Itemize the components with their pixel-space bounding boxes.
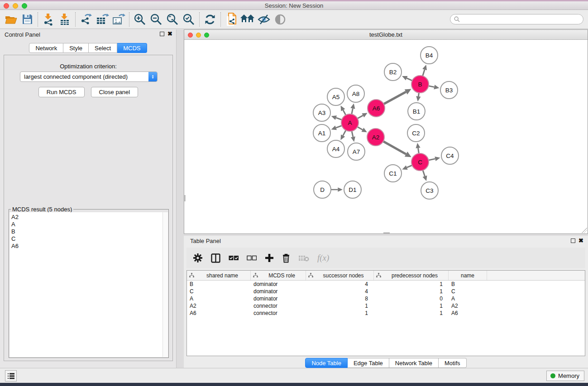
show-all-button[interactable]: [272, 12, 288, 27]
select-all-rows-button[interactable]: [229, 255, 239, 261]
network-maximize-button[interactable]: [204, 33, 209, 38]
tab-style[interactable]: Style: [63, 43, 89, 53]
table-row[interactable]: Cdominator41C: [187, 288, 585, 295]
node-A5[interactable]: A5: [327, 88, 344, 105]
edge-arrowhead: [422, 65, 427, 70]
node-A6[interactable]: A6: [368, 100, 385, 117]
tab-network-table[interactable]: Network Table: [389, 358, 439, 368]
zoom-in-icon: [134, 13, 146, 26]
node-C2[interactable]: C2: [407, 124, 425, 142]
add-column-button[interactable]: [265, 253, 274, 262]
table-row[interactable]: A6connector11A6: [187, 310, 585, 317]
result-item[interactable]: A: [11, 221, 163, 228]
close-panel-button[interactable]: Close panel: [91, 87, 139, 97]
refresh-view-button[interactable]: [202, 12, 218, 27]
column-header-MCDS-role[interactable]: MCDS role: [251, 271, 306, 280]
column-header-shared-name[interactable]: shared name: [187, 271, 251, 280]
node-D1[interactable]: D1: [344, 181, 361, 198]
import-network-button[interactable]: [40, 12, 57, 27]
minimize-window-button[interactable]: [13, 3, 18, 9]
close-panel-icon[interactable]: ✖: [167, 32, 172, 36]
export-image-button[interactable]: [110, 12, 127, 27]
export-network-button[interactable]: [78, 12, 94, 27]
node-A1[interactable]: A1: [313, 124, 330, 142]
zoom-in-button[interactable]: [132, 12, 148, 27]
export-table-button[interactable]: [94, 12, 110, 27]
node-C4[interactable]: C4: [441, 147, 459, 164]
toolbar-separator: [199, 12, 200, 27]
zoom-selected-button[interactable]: [181, 12, 197, 27]
tab-node-table[interactable]: Node Table: [305, 358, 348, 368]
node-A7[interactable]: A7: [348, 143, 365, 160]
export-table-icon: [96, 13, 109, 26]
node-table[interactable]: shared nameMCDS rolesuccessor nodesprede…: [186, 270, 585, 356]
criterion-dropdown[interactable]: largest connected component (directed) ▲…: [20, 71, 158, 82]
node-B3[interactable]: B3: [440, 81, 458, 99]
tab-mcds[interactable]: MCDS: [117, 43, 147, 53]
table-row[interactable]: Bdominator41B: [187, 281, 585, 288]
network-canvas[interactable]: B4B2BB3A8A5A6B1A3AC2A1A2A4A7C4CC1DD1C3: [184, 40, 588, 234]
float-panel-icon[interactable]: [160, 32, 164, 36]
zoom-fit-button[interactable]: [164, 12, 181, 27]
column-header-successor-nodes[interactable]: successor nodes: [306, 271, 374, 280]
network-minimize-button[interactable]: [196, 33, 201, 38]
tab-network[interactable]: Network: [29, 43, 63, 53]
close-table-panel-icon[interactable]: ✖: [578, 238, 583, 243]
node-C1[interactable]: C1: [384, 165, 402, 182]
vertical-scroll-nub[interactable]: [184, 195, 186, 201]
search-input[interactable]: [462, 16, 583, 23]
delete-table-button[interactable]: [298, 255, 309, 262]
node-C[interactable]: C: [411, 153, 429, 171]
result-item[interactable]: A6: [11, 243, 163, 250]
node-A4[interactable]: A4: [327, 140, 344, 157]
delete-column-button[interactable]: [282, 253, 290, 263]
node-D[interactable]: D: [314, 181, 331, 198]
node-A8[interactable]: A8: [347, 85, 364, 102]
memory-button[interactable]: Memory: [546, 371, 584, 381]
node-B1[interactable]: B1: [408, 103, 425, 120]
node-B4[interactable]: B4: [421, 47, 438, 64]
result-item[interactable]: A2: [11, 214, 163, 221]
maximize-window-button[interactable]: [22, 3, 27, 9]
node-A3[interactable]: A3: [313, 104, 330, 121]
run-mcds-button[interactable]: Run MCDS: [38, 87, 85, 97]
zoom-out-button[interactable]: [148, 12, 164, 27]
result-scrollbar[interactable]: [163, 212, 168, 357]
table-row[interactable]: A2connector11A2: [187, 302, 585, 310]
tab-motifs[interactable]: Motifs: [439, 358, 467, 368]
network-close-button[interactable]: [188, 33, 193, 38]
open-session-button[interactable]: [3, 12, 19, 27]
tab-select[interactable]: Select: [89, 43, 117, 53]
horizontal-scroll-nub[interactable]: [383, 232, 390, 234]
import-table-button[interactable]: [57, 12, 73, 27]
home-button[interactable]: [239, 12, 256, 27]
network-graph: B4B2BB3A8A5A6B1A3AC2A1A2A4A7C4CC1DD1C3: [184, 40, 588, 234]
table-row[interactable]: Adominator80A: [187, 295, 585, 302]
deselect-all-rows-button[interactable]: [247, 255, 257, 261]
float-table-panel-icon[interactable]: [571, 238, 575, 243]
delete-table-icon: [298, 255, 309, 262]
result-item[interactable]: C: [11, 235, 163, 243]
column-header-name[interactable]: name: [449, 271, 487, 280]
resize-grip[interactable]: [582, 228, 587, 233]
apply-function-button[interactable]: f(x): [317, 253, 329, 263]
close-window-button[interactable]: [4, 3, 9, 9]
checked-boxes-icon: [229, 255, 239, 261]
node-label: B1: [413, 108, 421, 115]
save-session-button[interactable]: [19, 12, 35, 27]
node-B[interactable]: B: [411, 76, 429, 93]
column-visibility-button[interactable]: [211, 253, 220, 263]
open-file-share-button[interactable]: [223, 12, 239, 27]
result-item[interactable]: B: [11, 228, 163, 235]
node-B2[interactable]: B2: [384, 63, 402, 81]
node-A2[interactable]: A2: [367, 129, 384, 146]
table-settings-button[interactable]: [193, 253, 203, 263]
hide-selected-button[interactable]: [256, 12, 272, 27]
tab-edge-table[interactable]: Edge Table: [348, 358, 389, 368]
node-C3[interactable]: C3: [421, 182, 438, 199]
mcds-result-list[interactable]: A2ABCA6: [10, 212, 163, 357]
column-header-predecessor-nodes[interactable]: predecessor nodes: [374, 271, 449, 280]
task-history-button[interactable]: [5, 370, 17, 381]
node-A[interactable]: A: [341, 114, 359, 131]
search-field[interactable]: [450, 14, 583, 24]
